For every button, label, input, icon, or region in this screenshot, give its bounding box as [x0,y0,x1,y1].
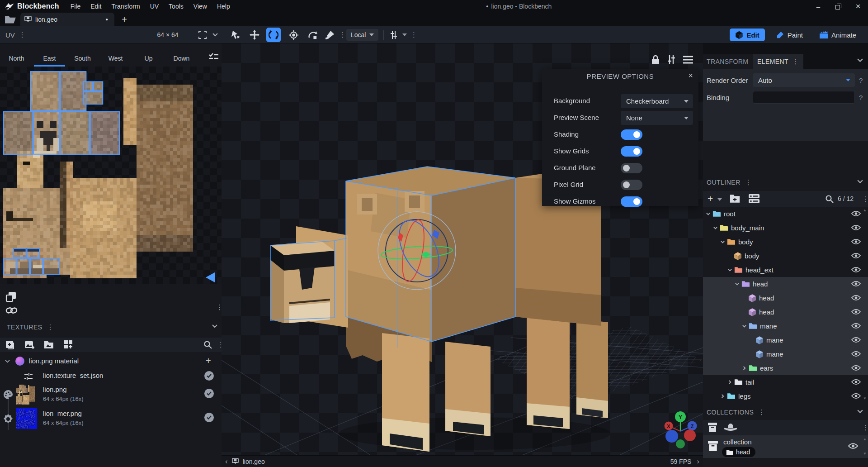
visibility-toggle[interactable] [851,224,861,233]
render-order-help[interactable]: ? [859,76,863,84]
visibility-toggle[interactable] [851,351,861,359]
frame-view-button[interactable] [198,26,207,43]
texture-row-json[interactable]: lion.texture_set.json [0,370,222,383]
outliner-expand-toggle[interactable] [726,267,733,273]
material-collapse-icon[interactable] [5,359,10,363]
lock-icon[interactable] [651,54,660,65]
outliner-row-tail[interactable]: tail [703,375,868,389]
uv-face-tab-east[interactable]: East [33,50,66,67]
visibility-toggle[interactable] [851,281,861,289]
view-axes-gizmo[interactable]: Y X Z [658,408,703,453]
outliner-expand-toggle[interactable] [741,323,747,329]
scroll-down-icon[interactable]: ▼ [863,452,867,456]
pixel-grid-toggle[interactable] [621,180,642,190]
outliner-row-mane[interactable]: mane [703,347,868,361]
shading-toggle[interactable] [621,129,642,140]
visibility-toggle[interactable] [851,323,861,331]
material-row[interactable]: lion.png material + [0,356,222,367]
background-select[interactable]: Checkerboard [621,94,693,108]
uv-editor-canvas-area[interactable] [0,67,222,284]
open-folder-icon[interactable] [5,14,17,24]
collection-content-chip[interactable]: head [722,447,755,457]
viewport-menu-icon[interactable] [683,55,693,64]
add-material-layer-button[interactable]: + [206,356,211,366]
toolbar-menu-icon[interactable]: ⋮ [410,26,417,43]
search-textures-button[interactable] [203,340,212,351]
texture-row-lion[interactable]: lion.png 64 x 64px (16x) [0,383,222,407]
add-element-button[interactable]: + [708,193,713,204]
outliner-expand-toggle[interactable] [734,281,740,287]
prev-model-button[interactable]: ‹ [225,457,228,466]
close-icon[interactable]: × [688,71,693,81]
preview-options-icon[interactable] [666,54,676,65]
uv-face-tab-down[interactable]: Down [165,50,198,67]
transform-tool-button[interactable] [228,28,242,42]
outliner-row-root[interactable]: root [703,207,868,221]
outliner-row-legs[interactable]: legs [703,389,868,403]
rotate-tool-button[interactable] [266,28,281,42]
new-tab-button[interactable]: + [118,14,130,25]
wrangler-button[interactable] [724,423,737,434]
outliner-expand-toggle[interactable] [705,211,711,217]
outliner-expand-toggle[interactable] [741,365,747,372]
tools-menu-icon[interactable]: ⋮ [339,26,346,43]
transform-space-select[interactable]: Local [346,26,378,43]
toggle-slots-button[interactable] [748,194,760,205]
uv-face-tab-south[interactable]: South [66,50,99,67]
scroll-up-icon[interactable]: ▲ [863,208,867,212]
outliner-collapse-icon[interactable] [857,179,863,184]
mode-paint-button[interactable]: Paint [770,29,808,41]
outliner-row-body[interactable]: body [703,249,868,263]
add-group-button[interactable] [729,194,741,205]
visibility-toggle[interactable] [851,253,861,261]
mode-animate-button[interactable]: Animate [814,29,862,41]
frame-view-dropdown[interactable] [212,26,218,43]
outliner-expand-toggle[interactable] [712,225,718,231]
uv-checklist-icon[interactable] [209,52,219,61]
visibility-toggle[interactable] [851,379,861,387]
pivot-tool-button[interactable] [287,28,300,42]
visibility-toggle[interactable] [851,267,861,275]
texture-grid-button[interactable] [63,339,74,352]
tab-transform[interactable]: TRANSFORM [703,54,753,69]
collection-visibility-toggle[interactable] [848,443,858,451]
visibility-toggle[interactable] [851,337,861,345]
visibility-toggle[interactable] [851,309,861,317]
scroll-down-icon[interactable]: ▼ [863,396,867,400]
binding-help[interactable]: ? [859,94,863,101]
uv-face-tab-north[interactable]: North [0,50,33,67]
outliner-row-head[interactable]: head [703,291,868,305]
uv-rotate-handle-icon[interactable] [206,272,215,282]
show-gizmos-toggle[interactable] [621,196,642,207]
restore-button[interactable] [828,0,848,13]
knife-tool-button[interactable] [323,28,336,42]
uv-panel-menu-icon[interactable]: ⋮ [19,31,26,39]
mode-edit-button[interactable]: Edit [730,29,764,41]
next-model-button[interactable]: › [697,457,699,466]
outliner-row-mane[interactable]: mane [703,319,868,333]
search-outliner-button[interactable] [825,195,834,205]
menu-help[interactable]: Help [212,1,235,12]
collections-collapse-icon[interactable] [857,409,863,414]
new-collection-button[interactable] [708,422,717,435]
texture-enabled-check[interactable] [204,389,214,398]
outliner-row-head[interactable]: head [703,277,868,291]
menu-view[interactable]: View [189,1,212,12]
outliner-toolbar-menu-icon[interactable]: ⋮ [862,195,868,203]
visibility-toggle[interactable] [851,393,861,401]
move-tool-button[interactable] [248,28,261,42]
tab-element[interactable]: ELEMENT ⋮ [753,54,803,69]
texture-enabled-check[interactable] [204,371,214,381]
color-channel-badge[interactable] [3,389,14,402]
outliner-row-body[interactable]: body [703,235,868,249]
close-button[interactable]: × [848,0,868,13]
texture-row-mer[interactable]: lion_mer.png 64 x 64px (16x) [0,407,222,431]
menu-uv[interactable]: UV [145,1,164,12]
ground-plane-toggle[interactable] [621,163,642,173]
collections-toolbar-menu-icon[interactable]: ⋮ [862,424,868,432]
tab-lion-geo[interactable]: lion.geo ● [20,13,114,26]
uv-mapping-overlay[interactable] [3,68,217,281]
scroll-up-icon[interactable]: ▲ [863,437,867,441]
menu-edit[interactable]: Edit [85,1,106,12]
outliner-row-head[interactable]: head [703,305,868,319]
